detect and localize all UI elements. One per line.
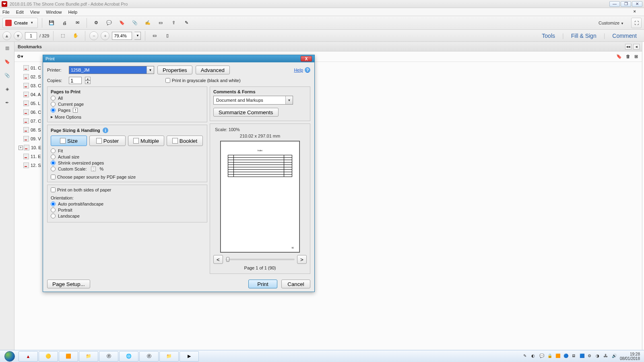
restore-button[interactable]: ❐ [621,1,631,7]
pages-all-radio[interactable]: All [51,96,204,101]
sign-icon[interactable]: ✍ [142,18,153,28]
tray-icon[interactable]: 🟦 [580,354,585,359]
taskbar-ie[interactable]: ⓔ [99,351,118,362]
copies-spinner[interactable]: ▲▼ [85,77,91,84]
comment-panel-toggle[interactable]: Comment [612,33,637,39]
page-setup-button[interactable]: Page Setup... [47,280,90,288]
more-options-toggle[interactable]: ▸More Options [51,114,204,119]
grayscale-checkbox[interactable]: Print in grayscale (black and white) [165,78,241,83]
select-tool-icon[interactable]: ⬚ [58,31,68,41]
close-button[interactable]: ✕ [632,1,642,7]
menu-edit[interactable]: Edit [16,10,24,14]
shrink-radio[interactable]: Shrink oversized pages [51,160,204,165]
custom-scale-radio[interactable]: Custom Scale: % [51,167,204,171]
minimize-button[interactable]: — [609,1,620,7]
info-icon[interactable]: i [103,128,108,133]
printer-select[interactable]: 125B_JM ▼ [69,66,154,74]
summarize-comments-button[interactable]: Summarize Comments [213,108,279,117]
printer-properties-button[interactable]: Properties [157,66,192,74]
copies-input[interactable] [69,77,82,84]
fit-page-icon[interactable]: ▯ [162,31,173,41]
tray-icon[interactable]: 🟧 [555,354,561,359]
page-number-input[interactable] [25,32,37,39]
fit-width-icon[interactable]: ▭ [149,31,160,41]
tray-icon[interactable]: ✎ [523,354,529,359]
document-close-icon[interactable]: × [634,9,636,14]
sizing-size-button[interactable]: Size [51,136,87,146]
panel-collapse-left-icon[interactable]: ◂◂ [625,44,632,49]
tray-icon[interactable]: 🔒 [547,354,553,359]
expand-icon[interactable]: + [19,146,23,150]
tools-panel-toggle[interactable]: Tools [542,33,555,39]
taskbar-explorer2[interactable]: 📁 [159,351,179,362]
fullscreen-icon[interactable]: ⛶ [631,18,642,28]
page-down-button[interactable]: ▼ [14,31,23,40]
tray-clock[interactable]: 19:28 08/01/2018 [620,352,640,361]
gear-icon[interactable]: ⚙ [91,18,101,28]
taskbar-browser[interactable]: 🌐 [119,351,138,362]
taskbar-ie2[interactable]: ⓔ [139,351,159,362]
taskbar-media[interactable]: ▶ [180,351,199,362]
orientation-auto-radio[interactable]: Auto portrait/landscape [51,202,204,206]
chevron-down-icon[interactable]: ▼ [147,66,154,74]
fit-radio[interactable]: Fit [51,148,204,153]
chevron-down-icon[interactable]: ▼ [285,96,293,104]
menu-view[interactable]: View [30,10,40,14]
comment-bubble-icon[interactable]: 💬 [104,18,114,28]
page-up-button[interactable]: ▲ [2,31,11,40]
choose-paper-checkbox[interactable]: Choose paper source by PDF page size [51,175,204,179]
edit-icon[interactable]: ✎ [181,18,192,28]
layers-icon[interactable]: ◈ [3,84,12,93]
print-icon[interactable]: 🖨 [59,18,70,28]
taskbar-chrome[interactable]: 🟡 [39,351,58,362]
bookmark-expand-icon[interactable]: ⊞ [634,54,638,59]
email-icon[interactable]: ✉ [72,18,83,28]
pages-current-radio[interactable]: Current page [51,102,204,107]
stamp-icon[interactable]: 🔖 [117,18,127,28]
sizing-poster-button[interactable]: Poster [89,136,126,146]
panel-collapse-right-icon[interactable]: ◂ [633,44,640,49]
actual-size-radio[interactable]: Actual size [51,154,204,159]
bookmarks-options-icon[interactable]: ⚙▾ [17,54,23,59]
sizing-multiple-button[interactable]: Multiple [128,136,164,146]
menu-help[interactable]: Help [68,10,77,14]
tray-volume-icon[interactable]: 🔊 [612,354,617,359]
bookmarks-icon[interactable]: 🔖 [3,57,12,66]
fill-sign-panel-toggle[interactable]: Fill & Sign [571,33,597,39]
print-dialog-close-button[interactable]: X [301,56,312,62]
new-bookmark-icon[interactable]: 🔖 [616,54,622,59]
customize-menu[interactable]: Customize ▼ [596,21,626,25]
print-confirm-button[interactable]: Print [248,280,277,288]
orientation-landscape-radio[interactable]: Landscape [51,214,204,218]
zoom-in-button[interactable]: + [101,31,109,40]
zoom-level-input[interactable]: 79.4% [112,32,132,40]
zoom-dropdown[interactable]: ▼ [134,32,141,40]
tray-icon[interactable]: ◐ [531,354,537,359]
tray-icon[interactable]: ◑ [596,354,601,359]
taskbar-acrobat[interactable]: ▲ [19,351,38,362]
tray-icon[interactable]: 🖧 [604,354,609,359]
printer-advanced-button[interactable]: Advanced [196,66,230,74]
tray-icon[interactable]: ⚙ [588,354,593,359]
save-icon[interactable]: 💾 [46,18,57,28]
preview-next-button[interactable]: > [297,255,307,264]
thumbnails-icon[interactable]: ▥ [3,43,12,52]
delete-bookmark-icon[interactable]: 🗑 [626,54,630,59]
taskbar-outlook[interactable]: 🟧 [59,351,78,362]
start-button[interactable] [2,351,18,362]
pages-range-input[interactable] [73,108,78,113]
print-cancel-button[interactable]: Cancel [281,280,310,288]
export-icon[interactable]: ⇪ [168,18,179,28]
tray-icon[interactable]: 🖥 [572,354,577,359]
hand-tool-icon[interactable]: ✋ [70,31,81,41]
print-help-link[interactable]: Help? [294,67,310,73]
preview-prev-button[interactable]: < [213,255,223,264]
tray-icon[interactable]: 💬 [539,354,545,359]
sizing-booklet-button[interactable]: Booklet [167,136,203,146]
taskbar-explorer[interactable]: 📁 [79,351,98,362]
print-dialog-titlebar[interactable]: Print X [43,55,314,62]
redact-icon[interactable]: ▭ [155,18,166,28]
comments-forms-select[interactable]: Document and Markups ▼ [213,96,293,105]
orientation-portrait-radio[interactable]: Portrait [51,208,204,212]
zoom-out-button[interactable]: − [89,31,98,40]
